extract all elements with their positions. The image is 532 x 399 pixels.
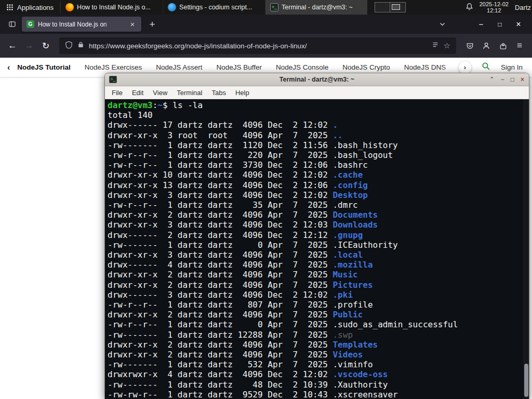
terminal-window: >_ Terminal - dartz@vm3: ~ ⌃ − □ × FileE… [104,73,529,399]
reader-view-icon[interactable] [432,41,439,50]
nav-item-nodejs-dns[interactable]: NodeJS DNS [404,63,446,71]
terminal-line: dartz@vm3:~$ ls -la [108,100,522,110]
terminal-line: drwxr-xr-x 3 dartz dartz 4096 Dec 2 12:0… [108,190,522,200]
browser-toolbar: ← → ↻ https://www.geeksforgeeks.org/node… [0,34,532,58]
clock-time: 12:12 [480,7,509,14]
applications-menu-label: Applications [17,4,54,11]
terminal-scrollbar[interactable] [523,99,529,399]
reload-icon[interactable]: ↻ [37,37,54,54]
codium-icon [168,3,176,11]
desktop-screen: Applications How to Install Node.js o...… [0,0,532,399]
terminal-line: drwx------ 4 dartz dartz 4096 Apr 7 2025… [108,260,522,270]
nav-item-nodejs-buffer[interactable]: NodeJS Buffer [216,63,262,71]
nav-item-nodejs-console[interactable]: NodeJS Console [276,63,328,71]
browser-tab[interactable]: G How to Install Node.js on × [22,17,141,32]
terminal-line: drwxr-xr-x 2 dartz dartz 4096 Apr 7 2025… [108,310,522,320]
menu-item-edit[interactable]: Edit [127,89,148,97]
url-bar[interactable]: https://www.geeksforgeeks.org/node-js/in… [59,37,456,54]
browser-tab-bar: G How to Install Node.js on × + − □ × [0,15,532,34]
tab-title: How to Install Node.js on [38,21,125,28]
terminal-line: drwxr-xr-x 13 dartz dartz 4096 Dec 2 12:… [108,180,522,190]
taskbar-window-button[interactable]: How to Install Node.js o... [60,0,163,15]
terminal-line: drwxr-xr-x 2 dartz dartz 4096 Apr 7 2025… [108,280,522,290]
terminal-title-bar[interactable]: >_ Terminal - dartz@vm3: ~ ⌃ − □ × [105,73,529,86]
taskbar-window-title: How to Install Node.js o... [77,4,151,11]
workspace-pager[interactable] [375,2,406,12]
terminal-line: drwxr-xr-x 3 dartz dartz 4096 Apr 7 2025… [108,250,522,260]
extensions-icon[interactable] [495,37,511,54]
terminal-minimize-icon[interactable]: − [501,76,504,83]
nav-item-nodejs-assert[interactable]: NodeJS Assert [156,63,202,71]
menu-item-file[interactable]: File [107,89,127,97]
window-taskbar: How to Install Node.js o...Settings - co… [60,0,367,15]
pager-mini-window [392,4,400,10]
search-icon[interactable] [482,62,490,73]
bell-icon[interactable] [466,3,473,12]
taskbar-window-title: Terminal - dartz@vm3: ~ [282,4,353,11]
terminal-content[interactable]: dartz@vm3:~$ ls -latotal 140drwx------ 1… [105,99,529,399]
menu-item-terminal[interactable]: Terminal [172,89,207,97]
minimize-icon[interactable]: − [472,20,490,29]
applications-menu-button[interactable]: Applications [0,0,60,15]
tab-close-icon[interactable]: × [128,20,137,29]
restore-icon[interactable]: □ [490,21,509,28]
lock-icon[interactable] [77,41,84,50]
terminal-line: drwxr-xr-x 3 dartz dartz 4096 Dec 2 12:0… [108,220,522,230]
workspace-1[interactable] [375,2,390,12]
terminal-line: -rw-r--r-- 1 dartz dartz 35 Apr 7 2025 .… [108,200,522,210]
terminal-menu-bar: FileEditViewTerminalTabsHelp [105,86,529,99]
account-icon[interactable] [478,37,495,54]
tabs-list-chevron-icon[interactable] [434,17,450,32]
nav-item-nodejs-exercises[interactable]: NodeJS Exercises [85,63,142,71]
terminal-line: drwxr-xr-x 10 dartz dartz 4096 Dec 2 12:… [108,170,522,180]
menu-item-view[interactable]: View [148,89,172,97]
terminal-scrollbar-thumb[interactable] [524,364,528,397]
nav-item-nodejs-crypto[interactable]: NodeJS Crypto [342,63,390,71]
firefox-view-icon[interactable] [4,17,20,32]
tabbar-right-controls: − □ × [434,17,528,32]
terminal-line: -rw-r--r-- 1 dartz dartz 807 Apr 7 2025 … [108,300,522,310]
terminal-output: dartz@vm3:~$ ls -latotal 140drwx------ 1… [105,99,529,399]
site-nav-items: NodeJS TutorialNodeJS ExercisesNodeJS As… [17,63,447,71]
close-icon[interactable]: × [509,20,528,29]
terminal-line: drwxr-xr-x 2 dartz dartz 4096 Apr 7 2025… [108,350,522,360]
sign-in-button[interactable]: Sign In [501,63,523,71]
terminal-line: -rw------- 1 dartz dartz 1120 Dec 2 11:5… [108,140,522,150]
new-tab-icon[interactable]: + [145,19,159,30]
terminal-title: Terminal - dartz@vm3: ~ [105,76,529,83]
terminal-line: drwx------ 2 dartz dartz 4096 Dec 2 12:1… [108,230,522,240]
scroll-left-icon[interactable]: ‹ [7,63,10,72]
panel-clock[interactable]: 2025-12-02 12:12 [480,1,509,14]
terminal-icon: >_ [109,76,117,83]
menu-icon[interactable]: ≡ [511,37,528,54]
bookmark-star-icon[interactable]: ☆ [444,41,450,50]
workspace-2[interactable] [390,2,406,12]
terminal-line: -rw-rw-r-- 1 dartz dartz 9529 Dec 2 10:4… [108,390,522,399]
shade-icon[interactable]: ⌃ [489,76,495,83]
terminal-line: drwx------ 3 dartz dartz 4096 Dec 2 12:0… [108,290,522,300]
terminal-icon: >_ [270,3,278,11]
taskbar-window-button[interactable]: >_Terminal - dartz@vm3: ~ [265,0,367,15]
menu-item-tabs[interactable]: Tabs [207,89,230,97]
menu-item-help[interactable]: Help [231,89,254,97]
taskbar-window-button[interactable]: Settings - codium script... [163,0,265,15]
applications-grid-icon [6,4,14,11]
url-text: https://www.geeksforgeeks.org/node-js/in… [89,42,427,50]
top-panel: Applications How to Install Node.js o...… [0,0,532,15]
terminal-window-controls: ⌃ − □ × [489,76,524,83]
terminal-close-icon[interactable]: × [521,76,524,83]
terminal-line: drwxr-xr-x 2 dartz dartz 4096 Apr 7 2025… [108,270,522,280]
back-icon[interactable]: ← [4,37,21,54]
scroll-right-icon[interactable]: › [459,61,471,74]
terminal-line: drwx------ 17 dartz dartz 4096 Dec 2 12:… [108,120,522,130]
nav-item-nodejs-tutorial[interactable]: NodeJS Tutorial [17,63,71,71]
clock-date: 2025-12-02 [480,1,509,8]
terminal-maximize-icon[interactable]: □ [511,76,514,83]
terminal-line: -rw-r--r-- 1 dartz dartz 3730 Dec 2 12:0… [108,160,522,170]
terminal-line: drwxr-xr-x 2 dartz dartz 4096 Apr 7 2025… [108,340,522,350]
shield-icon[interactable] [65,41,73,51]
terminal-line: total 140 [108,110,522,120]
pocket-icon[interactable] [461,37,478,54]
gfg-favicon: G [26,20,34,28]
terminal-line: drwxr-xr-x 2 dartz dartz 4096 Apr 7 2025… [108,210,522,220]
